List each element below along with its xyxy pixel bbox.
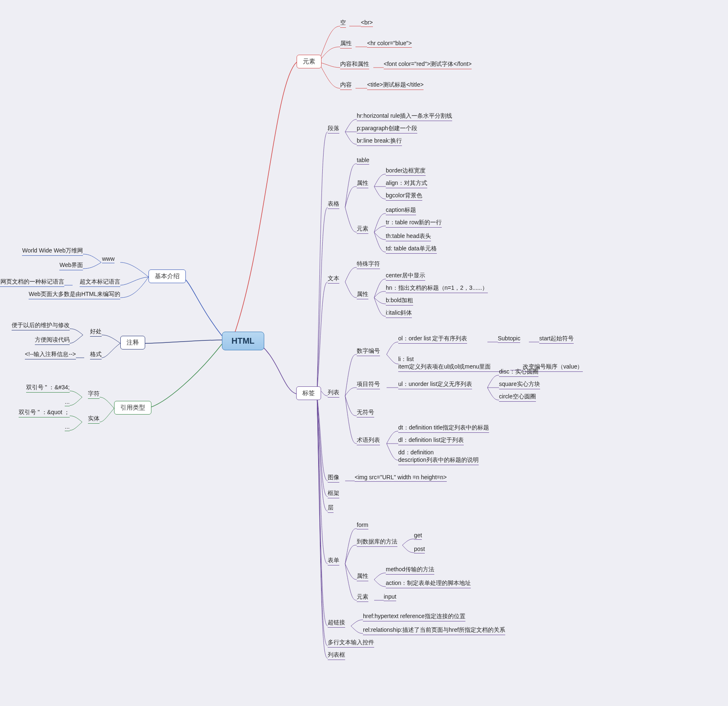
- tag-para-1: p:paragraph创建一个段: [357, 125, 417, 133]
- tag-list-bullet-0: disc：实心圆圈: [499, 368, 538, 377]
- tag-table-attr-0: border边框宽度: [386, 167, 426, 176]
- branch-intro[interactable]: 基本介绍: [149, 269, 186, 283]
- tag-form-attr-1: action：制定表单处理的脚本地址: [386, 580, 471, 588]
- tag-text-attr-3: i:italic斜体: [386, 309, 412, 318]
- tag-image-val: <img src="URL" width =n height=n>: [355, 474, 447, 482]
- root-label: HTML: [231, 336, 255, 345]
- tag-frame: 框架: [328, 490, 339, 498]
- elem-content-label: 内容: [340, 81, 352, 90]
- tag-table-table: table: [357, 157, 369, 165]
- tag-table-attr-2: bgcolor背景色: [386, 192, 422, 201]
- tag-list-num-ol: ol：order list 定于有序列表: [398, 335, 467, 344]
- tag-list-num-ol-sub: Subtopic: [498, 335, 520, 343]
- tag-table-elem-3: td: table data单元格: [386, 245, 437, 254]
- refs-char-0: 双引号 " ：&#34;: [26, 384, 70, 393]
- tag-form-form: form: [357, 522, 368, 529]
- tag-text: 文本: [328, 275, 339, 284]
- tag-list-term: 术语列表: [357, 437, 380, 445]
- tag-form-elem-val: input: [384, 593, 396, 601]
- tag-form-elem: 元素: [357, 593, 368, 602]
- tag-form-db-0: get: [414, 532, 422, 540]
- refs-entity-0: 双引号 " ：&quot ；: [19, 409, 70, 417]
- label: 引用类型: [120, 404, 145, 411]
- tag-text-attr-1: hn：指出文档的标题（n=1，2，3......）: [386, 284, 488, 293]
- intro-hypertext: 超文本标记语言: [80, 278, 120, 287]
- comment-format: 格式: [90, 351, 102, 359]
- tag-list-none: 无符号: [357, 409, 374, 417]
- comment-benefit: 好处: [90, 328, 102, 337]
- refs-entity-1: ...: [65, 423, 70, 431]
- intro-most: Web页面大多数是由HTML来编写的: [29, 291, 120, 299]
- tag-para: 段落: [328, 125, 339, 133]
- tag-list-term-0: dt：definition title指定列表中的标题: [398, 424, 489, 433]
- elem-both-val: <font color="red">测试字体</font>: [384, 61, 472, 69]
- tag-table-attr: 属性: [357, 180, 368, 188]
- tag-link: 超链接: [328, 619, 345, 628]
- tag-form: 表单: [328, 557, 339, 565]
- tag-listbox: 列表框: [328, 651, 345, 660]
- tag-table-elem-2: th:table head表头: [386, 233, 431, 241]
- refs-char-1: ...: [65, 398, 70, 406]
- tag-image: 图像: [328, 474, 339, 483]
- comment-format-child: <!--输入注释信息-->: [25, 351, 76, 359]
- tag-textarea: 多行文本输入控件: [328, 639, 374, 648]
- intro-hypertext-child: 用于描述网页文档的一种标记语言: [0, 278, 64, 287]
- root-node[interactable]: HTML: [222, 332, 264, 350]
- tag-form-attr-0: method传输的方法: [386, 566, 434, 575]
- tag-text-attr-2: b:bold加粗: [386, 297, 413, 306]
- comment-benefit-0: 便于以后的维护与修改: [12, 322, 70, 330]
- intro-www-1: Web界面: [59, 262, 83, 270]
- tag-link-0: href:hypertext reference指定连接的位置: [363, 613, 465, 621]
- tag-form-db-1: post: [414, 546, 425, 553]
- tag-para-0: hr:horizontal rule插入一条水平分割线: [357, 112, 452, 121]
- elem-content-val: <title>测试标题</title>: [367, 81, 424, 90]
- branch-tag[interactable]: 标签: [296, 386, 321, 400]
- tag-list-bullet-1: square实心方块: [499, 381, 540, 389]
- refs-char: 字符: [88, 390, 100, 399]
- tag-list-term-2: dd：definition description列表中的标题的说明: [398, 449, 479, 465]
- tag-table: 表格: [328, 200, 339, 209]
- tag-link-1: rel:relationship:描述了当前页面与href所指定文档的关系: [363, 626, 505, 635]
- tag-list-num: 数字编号: [357, 347, 380, 356]
- tag-list-term-1: dl：definition list定于列表: [398, 437, 464, 445]
- tag-para-2: br:line break:换行: [357, 137, 402, 146]
- intro-www-0: World Wide Web万维网: [22, 247, 83, 256]
- refs-entity: 实体: [88, 415, 100, 424]
- tag-text-attr: 属性: [357, 291, 368, 299]
- tag-form-attr: 属性: [357, 573, 368, 581]
- tag-list-num-li: li：list item定义列表项在ul或ol或menu里面: [398, 356, 506, 372]
- elem-both-label: 内容和属性: [340, 61, 369, 69]
- label: 标签: [302, 389, 315, 396]
- elem-attr-val: <hr color="blue">: [367, 40, 412, 48]
- tag-layer: 层: [328, 504, 334, 513]
- tag-table-elem-1: tr：table row新的一行: [386, 219, 442, 228]
- tag-table-elem: 元素: [357, 225, 368, 234]
- elem-empty-val: <br>: [361, 19, 373, 27]
- branch-comment[interactable]: 注释: [120, 336, 145, 349]
- tag-table-elem-0: caption标题: [386, 206, 416, 215]
- tag-list-bullet: 项目符号: [357, 381, 380, 389]
- branch-element[interactable]: 元素: [297, 55, 321, 68]
- tag-text-attr-0: center居中显示: [386, 272, 425, 281]
- comment-benefit-1: 方便阅读代码: [35, 336, 70, 345]
- elem-empty-label: 空: [340, 19, 346, 28]
- label: 注释: [127, 339, 139, 346]
- tag-form-db: 到数据库的方法: [357, 538, 397, 547]
- tag-text-special: 特殊字符: [357, 260, 380, 269]
- elem-attr-label: 属性: [340, 40, 352, 49]
- tag-list-bullet-ul: ul：unorder list定义无序列表: [398, 381, 472, 389]
- tag-list-num-ol-start: start起始符号: [539, 335, 574, 344]
- tag-list-bullet-2: circle空心圆圈: [499, 393, 536, 402]
- label: 元素: [303, 58, 315, 65]
- tag-table-attr-1: align：对其方式: [386, 180, 427, 188]
- intro-www: www: [102, 255, 114, 263]
- branch-refs[interactable]: 引用类型: [114, 401, 151, 415]
- tag-list: 列表: [328, 389, 339, 398]
- label: 基本介绍: [155, 272, 180, 279]
